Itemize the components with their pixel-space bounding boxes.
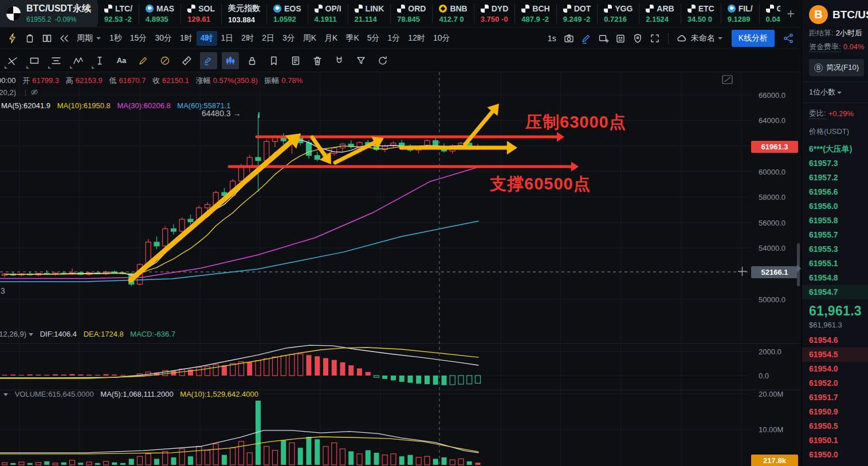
ruler-tool[interactable] <box>178 52 195 69</box>
notes-tool[interactable] <box>287 52 304 69</box>
bid-row[interactable]: 61954.6 <box>802 333 868 347</box>
edit-pencil-icon[interactable] <box>578 31 594 46</box>
timeframe-10分[interactable]: 10分 <box>429 31 454 46</box>
share-icon[interactable] <box>780 31 796 46</box>
timeframe-1时[interactable]: 1时 <box>176 31 197 46</box>
rectangle-tool[interactable] <box>26 52 43 69</box>
timeframe-3分[interactable]: 3分 <box>278 31 299 46</box>
timeframe-1分[interactable]: 1分 <box>384 31 404 46</box>
timeframe-15分[interactable]: 15分 <box>126 31 151 46</box>
timeframe-周K[interactable]: 周K <box>299 31 320 46</box>
bid-row[interactable]: 61954.0 <box>802 362 868 376</box>
macd-bar <box>222 365 227 376</box>
magnet-tool[interactable] <box>331 52 348 69</box>
ticker-item[interactable]: ARB2.1524 <box>639 3 680 24</box>
profile-button[interactable]: B 简况(F10) <box>809 59 864 76</box>
resolution-label[interactable]: 1s <box>548 34 556 43</box>
text-cursor-tool[interactable] <box>91 52 108 69</box>
drawn-arrow[interactable] <box>131 133 301 280</box>
bid-row[interactable]: 61950.9 <box>802 405 868 419</box>
timeframe-4时[interactable]: 4时 <box>197 31 217 46</box>
timeframe-2时[interactable]: 2时 <box>237 31 258 46</box>
timeframe-12时[interactable]: 12时 <box>404 31 429 46</box>
ticker-item[interactable]: BNB412.7 0 <box>432 3 473 24</box>
camera-icon[interactable] <box>561 31 577 46</box>
replay-tool[interactable] <box>374 52 391 69</box>
ticker-item[interactable]: YGG0.7216 <box>597 3 639 24</box>
ticker-item[interactable]: GAL0.04612 <box>759 3 780 24</box>
trash-tool[interactable] <box>309 52 326 69</box>
period-label[interactable]: 周期 <box>77 33 93 44</box>
bid-row[interactable]: 61952.0 <box>802 376 868 390</box>
gallery-icon[interactable] <box>612 31 629 46</box>
timeframe-1日[interactable]: 1日 <box>217 31 238 46</box>
bid-row[interactable]: 61950.5 <box>802 419 868 433</box>
ticker-item[interactable]: LINK21.114 <box>348 3 391 24</box>
ask-row[interactable]: 61954.7 <box>802 285 868 299</box>
cloud-icon[interactable] <box>674 31 690 46</box>
filter-tool[interactable] <box>352 52 370 69</box>
ticker-item[interactable]: 美元指数103.884 <box>221 3 266 24</box>
ask-row[interactable]: 61957.3 <box>802 156 868 171</box>
ticker-item[interactable]: DOT9.249 -2 <box>556 3 598 24</box>
ticker-item[interactable]: ORD78.845 <box>390 3 432 24</box>
bid-row[interactable]: 61954.5 <box>802 347 868 362</box>
fib-tool[interactable] <box>48 52 65 69</box>
fullscreen-icon[interactable] <box>647 31 663 46</box>
add-symbol-button[interactable]: + <box>780 0 801 27</box>
chart-area[interactable]: 66000.064000.060000.058000.056000.054000… <box>0 72 801 466</box>
trendline-tool[interactable] <box>4 52 21 69</box>
decimals-select[interactable]: 1位小数 <box>802 81 868 102</box>
font-tool[interactable]: Aa <box>113 52 130 69</box>
big-order-flag[interactable]: 6***(大压单) <box>802 142 868 156</box>
ticker-item[interactable]: BCH487.9 -2 <box>514 3 556 24</box>
ask-row[interactable]: 61955.8 <box>802 214 868 228</box>
timeframe-30分[interactable]: 30分 <box>151 31 176 46</box>
badge-icon[interactable] <box>630 31 646 46</box>
timeframe-1秒[interactable]: 1秒 <box>105 31 126 46</box>
timeframe-5分[interactable]: 5分 <box>363 31 384 46</box>
ask-row[interactable]: 61955.1 <box>802 256 868 271</box>
ticker-item[interactable]: EOS1.0592 <box>266 3 308 24</box>
bookmark-tool[interactable] <box>265 52 282 69</box>
kline-analysis-button[interactable]: K线分析 <box>732 30 775 47</box>
pattern-tool[interactable] <box>69 52 87 69</box>
drawn-arrow[interactable] <box>312 137 331 164</box>
ask-row[interactable]: 61956.6 <box>802 185 868 199</box>
ticker-item[interactable]: SOL129.61 <box>180 3 221 24</box>
ticker-item[interactable]: OP/I4.1911 <box>308 3 348 24</box>
quick-trade-icon[interactable] <box>5 31 21 46</box>
ask-row[interactable]: 61956.0 <box>802 199 868 214</box>
ticker-item[interactable]: FIL/9.1289 <box>721 3 759 24</box>
support-annotation[interactable]: 支撑60500点 <box>490 173 591 196</box>
brush-tool-active[interactable] <box>200 52 217 69</box>
timeframe-季K[interactable]: 季K <box>341 31 363 46</box>
popup-window-icon[interactable] <box>595 31 611 46</box>
lock-tool[interactable] <box>243 52 261 69</box>
active-symbol[interactable]: BTC/USDT永续 61955.2 -0.09% <box>0 0 97 27</box>
candle-mode-active[interactable] <box>222 52 239 69</box>
ticker-item[interactable]: LTC/92.53 -2 <box>97 3 139 24</box>
ask-row[interactable]: 61955.7 <box>802 228 868 242</box>
bid-row[interactable]: 61950.0 <box>802 448 868 462</box>
circle-pencil-tool[interactable] <box>156 52 174 69</box>
ask-row[interactable]: 61954.8 <box>802 271 868 285</box>
rewind-icon[interactable] <box>56 31 72 46</box>
layout-icon[interactable] <box>39 31 55 46</box>
ticker-item[interactable]: ETC34.50 0 <box>681 3 721 24</box>
ask-row[interactable]: 61957.2 <box>802 171 868 185</box>
ask-row[interactable]: 61955.3 <box>802 242 868 256</box>
panel-collapse-handle[interactable] <box>797 264 801 273</box>
ticker-item[interactable]: DYD3.750 -0 <box>474 3 515 24</box>
drawn-arrow[interactable] <box>229 162 579 172</box>
bid-row[interactable]: 61951.7 <box>802 390 868 405</box>
timeframe-2日[interactable]: 2日 <box>258 31 278 46</box>
bid-row[interactable]: 61950.1 <box>802 433 868 448</box>
symbol-logo-icon <box>6 6 21 21</box>
ticker-item[interactable]: MAS4.8935 <box>139 3 180 24</box>
chart-style-icon[interactable] <box>22 31 38 46</box>
pencil-measure-tool[interactable] <box>135 52 152 69</box>
timeframe-月K[interactable]: 月K <box>320 31 341 46</box>
layout-name-label[interactable]: 未命名 <box>691 33 715 44</box>
resistance-annotation[interactable]: 压制63000点 <box>525 111 626 134</box>
